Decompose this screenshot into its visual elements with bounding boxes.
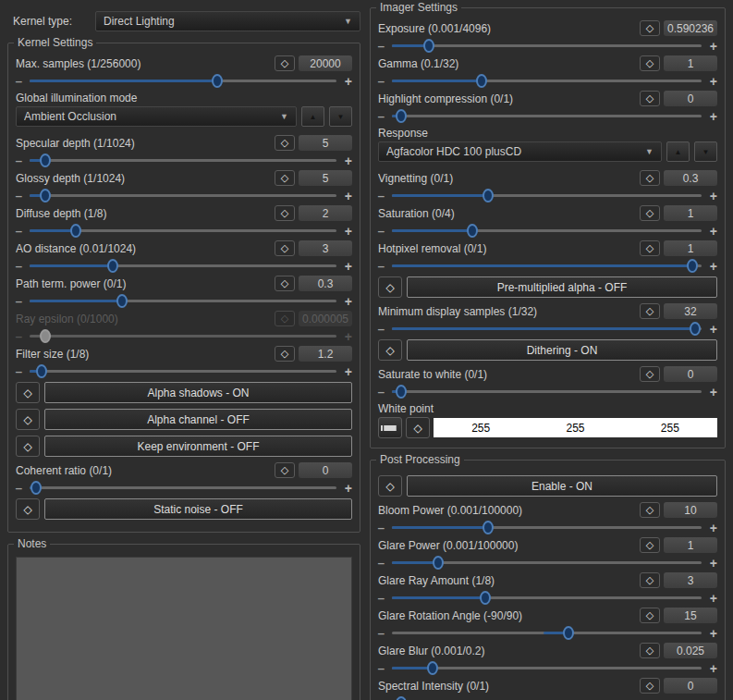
saturate-to-white-slider[interactable]: [392, 390, 702, 393]
coherent-ratio-slider[interactable]: [30, 486, 336, 489]
ao-distance-increment-button[interactable]: +: [341, 260, 352, 273]
global-illumination-mode-previous-button[interactable]: ▲: [301, 106, 324, 127]
filter-size-value-field[interactable]: 1.2: [299, 346, 352, 362]
max-samples-slider-handle[interactable]: [212, 74, 223, 88]
glare-power-increment-button[interactable]: +: [706, 557, 717, 570]
glare-blur-animate-toggle-button[interactable]: ◇: [640, 643, 660, 658]
minimum-display-samples-value-field[interactable]: 32: [664, 303, 717, 319]
saturate-to-white-animate-toggle-button[interactable]: ◇: [640, 366, 660, 382]
gamma-slider-handle[interactable]: [476, 74, 487, 88]
glare-blur-slider[interactable]: [392, 667, 702, 669]
specular-depth-value-field[interactable]: 5: [299, 135, 352, 151]
glare-power-decrement-button[interactable]: ‒: [378, 558, 387, 569]
ao-distance-decrement-button[interactable]: ‒: [16, 261, 25, 272]
coherent-ratio-animate-toggle-button[interactable]: ◇: [275, 462, 295, 478]
filter-size-animate-toggle-button[interactable]: ◇: [275, 346, 295, 362]
saturation-increment-button[interactable]: +: [706, 225, 717, 238]
keep-environment-off-button[interactable]: Keep environment - OFF: [44, 436, 352, 457]
gamma-decrement-button[interactable]: ‒: [378, 76, 387, 87]
glossy-depth-animate-toggle-button[interactable]: ◇: [275, 170, 295, 186]
vignetting-slider[interactable]: [392, 194, 702, 197]
glare-rotation-angle-slider[interactable]: [392, 632, 702, 634]
response-next-button[interactable]: ▼: [694, 141, 717, 162]
spectral-intensity-slider-handle[interactable]: [396, 696, 407, 700]
glare-ray-amount-decrement-button[interactable]: ‒: [378, 593, 387, 604]
alpha-shadows-on-button[interactable]: Alpha shadows - ON: [44, 382, 352, 403]
diffuse-depth-increment-button[interactable]: +: [341, 225, 352, 238]
gamma-value-field[interactable]: 1: [664, 55, 717, 71]
bloom-power-increment-button[interactable]: +: [706, 522, 717, 534]
ao-distance-animate-toggle-button[interactable]: ◇: [275, 240, 295, 256]
alpha-shadows-on-animate-toggle-button[interactable]: ◇: [16, 382, 40, 403]
alpha-channel-off-animate-toggle-button[interactable]: ◇: [16, 409, 40, 430]
diffuse-depth-animate-toggle-button[interactable]: ◇: [275, 205, 295, 221]
gamma-slider[interactable]: [392, 80, 702, 82]
hotpixel-removal-animate-toggle-button[interactable]: ◇: [640, 240, 660, 256]
diffuse-depth-slider-handle[interactable]: [70, 224, 81, 238]
saturation-animate-toggle-button[interactable]: ◇: [640, 205, 660, 221]
diffuse-depth-value-field[interactable]: 2: [299, 205, 352, 221]
saturate-to-white-value-field[interactable]: 0: [664, 366, 717, 382]
vignetting-animate-toggle-button[interactable]: ◇: [640, 170, 660, 186]
ao-distance-slider[interactable]: [30, 264, 336, 267]
bloom-power-animate-toggle-button[interactable]: ◇: [640, 502, 660, 518]
white-point-color-swatch[interactable]: 255255255: [434, 418, 717, 437]
kernel-type-combo[interactable]: Direct Lighting ▼: [95, 11, 360, 31]
bloom-power-slider-handle[interactable]: [483, 521, 494, 534]
exposure-value-field[interactable]: 0.590236: [664, 20, 717, 36]
hotpixel-removal-slider[interactable]: [392, 264, 702, 267]
global-illumination-mode-next-button[interactable]: ▼: [329, 106, 352, 127]
glare-power-value-field[interactable]: 1: [664, 537, 717, 553]
glare-rotation-angle-slider-handle[interactable]: [563, 626, 574, 640]
glossy-depth-value-field[interactable]: 5: [299, 170, 352, 186]
glare-ray-amount-slider[interactable]: [392, 596, 702, 599]
bloom-power-decrement-button[interactable]: ‒: [378, 522, 387, 534]
path-term-power-increment-button[interactable]: +: [341, 295, 352, 308]
alpha-channel-off-button[interactable]: Alpha channel - OFF: [44, 409, 352, 430]
coherent-ratio-increment-button[interactable]: +: [341, 482, 352, 495]
filter-size-increment-button[interactable]: +: [341, 365, 352, 378]
glare-blur-increment-button[interactable]: +: [706, 662, 717, 675]
highlight-compression-decrement-button[interactable]: ‒: [378, 111, 387, 122]
specular-depth-animate-toggle-button[interactable]: ◇: [275, 135, 295, 151]
white-point-preset-list-button[interactable]: [378, 417, 402, 438]
path-term-power-value-field[interactable]: 0.3: [299, 276, 352, 291]
spectral-intensity-animate-toggle-button[interactable]: ◇: [640, 678, 660, 694]
exposure-animate-toggle-button[interactable]: ◇: [640, 20, 660, 36]
minimum-display-samples-increment-button[interactable]: +: [706, 323, 717, 336]
exposure-slider-handle[interactable]: [423, 39, 434, 53]
glossy-depth-increment-button[interactable]: +: [341, 190, 352, 203]
saturate-to-white-decrement-button[interactable]: ‒: [378, 387, 387, 398]
glare-rotation-angle-increment-button[interactable]: +: [706, 627, 717, 640]
global-illumination-mode-combo[interactable]: Ambient Occlusion▼: [16, 106, 297, 127]
minimum-display-samples-animate-toggle-button[interactable]: ◇: [640, 303, 660, 319]
glare-rotation-angle-animate-toggle-button[interactable]: ◇: [640, 608, 660, 623]
specular-depth-slider-handle[interactable]: [40, 154, 51, 167]
exposure-decrement-button[interactable]: ‒: [378, 41, 387, 52]
highlight-compression-slider[interactable]: [392, 115, 702, 117]
response-combo[interactable]: Agfacolor HDC 100 plusCD▼: [378, 141, 662, 162]
max-samples-slider[interactable]: [30, 80, 336, 82]
filter-size-slider[interactable]: [30, 370, 336, 373]
specular-depth-decrement-button[interactable]: ‒: [16, 155, 25, 166]
enable-on-button[interactable]: Enable - ON: [407, 475, 717, 497]
glare-rotation-angle-decrement-button[interactable]: ‒: [378, 628, 387, 639]
white-point-animate-toggle-button[interactable]: ◇: [406, 417, 430, 438]
static-noise-off-animate-toggle-button[interactable]: ◇: [16, 498, 40, 520]
pre-multiplied-alpha-off-button[interactable]: Pre-multiplied alpha - OFF: [407, 276, 717, 298]
glare-power-animate-toggle-button[interactable]: ◇: [640, 537, 660, 553]
coherent-ratio-value-field[interactable]: 0: [299, 462, 352, 478]
max-samples-value-field[interactable]: 20000: [299, 55, 352, 71]
saturation-slider-handle[interactable]: [467, 224, 478, 238]
hotpixel-removal-value-field[interactable]: 1: [664, 240, 717, 256]
enable-on-animate-toggle-button[interactable]: ◇: [378, 475, 402, 497]
glare-blur-slider-handle[interactable]: [427, 661, 438, 675]
coherent-ratio-slider-handle[interactable]: [31, 481, 42, 495]
minimum-display-samples-slider[interactable]: [392, 327, 702, 330]
exposure-increment-button[interactable]: +: [706, 40, 717, 53]
bloom-power-slider[interactable]: [392, 526, 702, 529]
glare-ray-amount-value-field[interactable]: 3: [664, 572, 717, 588]
exposure-slider[interactable]: [392, 44, 702, 47]
glare-ray-amount-increment-button[interactable]: +: [706, 592, 717, 605]
diffuse-depth-decrement-button[interactable]: ‒: [16, 226, 25, 237]
